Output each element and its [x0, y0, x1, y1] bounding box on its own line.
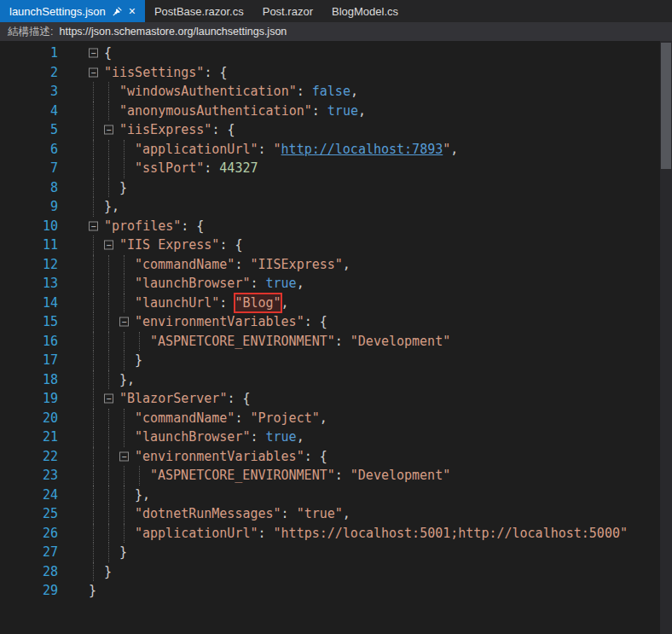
fold-toggle-icon[interactable]: − — [89, 44, 104, 63]
editor-line[interactable]: 2−"iisSettings": { — [0, 63, 672, 83]
code-line: } — [89, 562, 112, 582]
code-token: : — [235, 409, 250, 428]
code-token: : { — [227, 389, 250, 409]
editor-scrollbar[interactable] — [660, 41, 672, 634]
editor-line[interactable]: 13"launchBrowser": true, — [0, 274, 672, 294]
indent-guide — [89, 312, 104, 332]
line-number: 18 — [0, 370, 58, 390]
editor-line[interactable]: 24}, — [0, 486, 672, 505]
editor-line[interactable]: 23"ASPNETCORE_ENVIRONMENT": "Development… — [0, 466, 672, 486]
editor-line[interactable]: 15−"environmentVariables": { — [0, 312, 672, 332]
indent-guide — [89, 447, 104, 467]
tab-postbase-razor-cs[interactable]: PostBase.razor.cs — [145, 0, 253, 22]
code-editor[interactable]: 1−{2−"iisSettings": {3"windowsAuthentica… — [0, 41, 672, 634]
indent-guide — [119, 409, 135, 428]
code-token: "applicationUrl" — [135, 140, 258, 160]
fold-toggle-icon[interactable]: − — [119, 312, 135, 332]
code-token: "https://localhost:5001;http://localhost… — [274, 524, 628, 544]
fold-collapse-glyph: − — [104, 394, 113, 404]
indent-guide — [135, 466, 150, 486]
editor-line[interactable]: 5−"iisExpress": { — [0, 120, 672, 140]
code-token: "commandName" — [135, 409, 235, 428]
editor-line[interactable]: 14"launchUrl": "Blog", — [0, 294, 672, 313]
editor-line[interactable]: 25"dotnetRunMessages": "true", — [0, 504, 672, 524]
editor-line[interactable]: 17} — [0, 351, 672, 370]
code-token: : { — [181, 217, 204, 236]
editor-line[interactable]: 19−"BlazorServer": { — [0, 389, 672, 409]
pin-icon[interactable] — [112, 6, 123, 17]
editor-line[interactable]: 12"commandName": "IISExpress", — [0, 255, 672, 275]
tab-post-razor[interactable]: Post.razor — [253, 0, 322, 22]
editor-line[interactable]: 28} — [0, 562, 672, 582]
indent-guide — [104, 370, 119, 390]
code-token: : — [335, 466, 350, 486]
tab-launchsettings-json[interactable]: launchSettings.json× — [0, 0, 145, 22]
code-token: , — [320, 409, 327, 428]
indent-guide — [119, 159, 135, 178]
indent-guide — [104, 524, 119, 544]
fold-collapse-glyph: − — [104, 241, 113, 250]
fold-toggle-icon[interactable]: − — [89, 217, 104, 236]
fold-toggle-icon[interactable]: − — [104, 236, 119, 255]
code-token: , — [358, 102, 366, 121]
fold-toggle-icon[interactable]: − — [104, 120, 119, 140]
line-number: 14 — [0, 294, 58, 313]
editor-line[interactable]: 16"ASPNETCORE_ENVIRONMENT": "Development… — [0, 332, 672, 352]
code-token: , — [281, 294, 289, 313]
line-number: 12 — [0, 255, 58, 275]
editor-line[interactable]: 4"anonymousAuthentication": true, — [0, 102, 672, 121]
line-number: 20 — [0, 409, 58, 428]
url-link[interactable]: http://localhost:7893 — [281, 140, 443, 160]
editor-line[interactable]: 18}, — [0, 370, 672, 390]
indent-guide — [119, 274, 135, 294]
editor-line[interactable]: 11−"IIS Express": { — [0, 236, 672, 255]
code-token: : { — [219, 236, 242, 255]
code-token: } — [104, 562, 112, 582]
code-token: : — [250, 274, 265, 294]
fold-collapse-glyph: − — [104, 125, 113, 135]
code-token: : — [297, 82, 312, 102]
editor-line[interactable]: 20"commandName": "Project", — [0, 409, 672, 428]
indent-guide — [104, 294, 119, 313]
code-line: } — [89, 543, 127, 562]
fold-toggle-icon[interactable]: − — [119, 447, 135, 467]
tab-blogmodel-cs[interactable]: BlogModel.cs — [322, 0, 408, 22]
editor-line[interactable]: 27} — [0, 543, 672, 562]
code-token: }, — [119, 370, 135, 390]
indent-guide — [119, 255, 135, 275]
editor-line[interactable]: 21"launchBrowser": true, — [0, 428, 672, 447]
editor-line[interactable]: 7"sslPort": 44327 — [0, 159, 672, 178]
tab-label: Post.razor — [263, 5, 313, 18]
code-token: : — [258, 524, 274, 544]
code-token: } — [119, 178, 127, 198]
code-token: : — [312, 102, 327, 121]
editor-line[interactable]: 29} — [0, 581, 672, 601]
editor-line[interactable]: 8} — [0, 178, 672, 198]
code-token: : — [250, 428, 265, 447]
editor-line[interactable]: 6"applicationUrl": "http://localhost:789… — [0, 140, 672, 160]
code-line: }, — [89, 197, 119, 217]
schema-url[interactable]: https://json.schemastore.org/launchsetti… — [59, 26, 287, 38]
fold-toggle-icon[interactable]: − — [104, 389, 119, 409]
fold-collapse-glyph: − — [89, 49, 98, 58]
editor-line[interactable]: 26"applicationUrl": "https://localhost:5… — [0, 524, 672, 544]
indent-guide — [104, 466, 119, 486]
indent-guide — [89, 255, 104, 275]
indent-guide — [104, 486, 119, 505]
indent-guide — [104, 428, 119, 447]
editor-line[interactable]: 10−"profiles": { — [0, 217, 672, 236]
fold-collapse-glyph: − — [89, 67, 98, 77]
indent-guide — [89, 102, 104, 121]
code-line: }, — [89, 486, 150, 505]
fold-toggle-icon[interactable]: − — [89, 63, 104, 83]
line-number: 9 — [0, 197, 58, 217]
editor-line[interactable]: 3"windowsAuthentication": false, — [0, 82, 672, 102]
editor-line[interactable]: 9}, — [0, 197, 672, 217]
editor-line[interactable]: 22−"environmentVariables": { — [0, 447, 672, 467]
fold-collapse-glyph: − — [89, 221, 98, 230]
line-number: 7 — [0, 159, 58, 178]
editor-line[interactable]: 1−{ — [0, 44, 672, 63]
code-token: , — [297, 274, 304, 294]
close-icon[interactable]: × — [129, 5, 136, 17]
scrollbar-thumb[interactable] — [661, 43, 671, 169]
